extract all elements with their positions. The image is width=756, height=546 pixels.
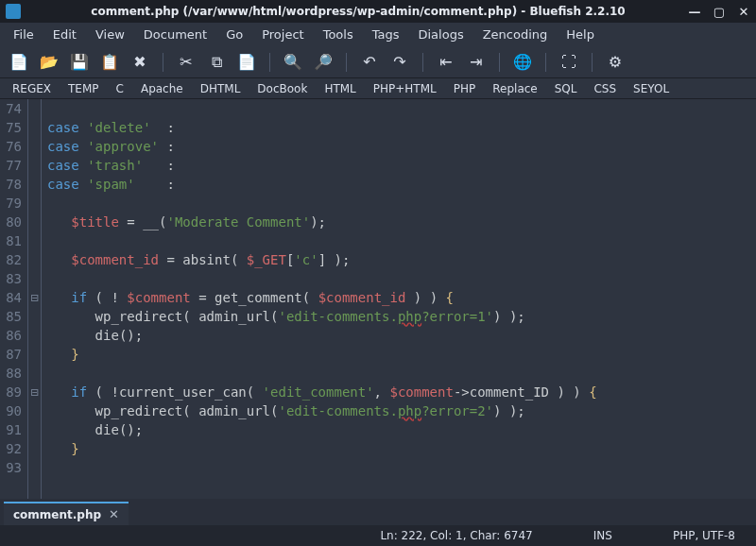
code-area[interactable]: case 'delete' :case 'approve' :case 'tra… <box>42 99 756 499</box>
fold-empty <box>28 458 41 477</box>
quickbar-css[interactable]: CSS <box>587 80 623 97</box>
quickbar-sql[interactable]: SQL <box>548 80 584 97</box>
menu-document[interactable]: Document <box>136 25 215 44</box>
code-line[interactable] <box>47 99 756 118</box>
status-encoding[interactable]: PHP, UTF-8 <box>662 529 747 542</box>
browser-preview-icon[interactable]: 🌐 <box>511 51 534 74</box>
quickbar-replace[interactable]: Replace <box>486 80 543 97</box>
quickbar-apache[interactable]: Apache <box>134 80 190 97</box>
quickbar-seyol[interactable]: SEYOL <box>627 80 676 97</box>
code-line[interactable] <box>47 231 756 250</box>
line-number: 78 <box>4 175 22 194</box>
menu-zencoding[interactable]: Zencoding <box>475 25 556 44</box>
code-line[interactable]: case 'spam' : <box>47 175 756 194</box>
search-replace-icon[interactable]: 🔎 <box>312 51 335 74</box>
menu-go[interactable]: Go <box>218 25 250 44</box>
undo-icon[interactable]: ↶ <box>358 51 381 74</box>
copy-icon[interactable]: ⧉ <box>205 51 228 74</box>
menu-edit[interactable]: Edit <box>45 25 84 44</box>
save-as-icon[interactable]: 📋 <box>98 51 121 74</box>
line-number-gutter: 7475767778798081828384858687888990919293 <box>0 99 28 499</box>
fold-toggle-icon[interactable]: ⊟ <box>28 383 41 401</box>
code-line[interactable]: die(); <box>47 326 756 345</box>
redo-icon[interactable]: ↷ <box>388 51 411 74</box>
preferences-icon[interactable]: ⚙ <box>604 51 627 74</box>
line-number: 90 <box>4 401 22 420</box>
statusbar: Ln: 222, Col: 1, Char: 6747 INS PHP, UTF… <box>0 525 756 546</box>
toolbar-separator <box>499 53 500 72</box>
quickbar-php[interactable]: PHP <box>447 80 483 97</box>
save-icon[interactable]: 💾 <box>68 51 91 74</box>
menu-view[interactable]: View <box>88 25 132 44</box>
code-line[interactable]: if ( ! $comment = get_comment( $comment_… <box>47 288 756 307</box>
quickbar-docbook[interactable]: DocBook <box>250 80 314 97</box>
quickbar: REGEXTEMPCApacheDHTMLDocBookHTMLPHP+HTML… <box>0 78 756 99</box>
quickbar-dhtml[interactable]: DHTML <box>194 80 248 97</box>
code-line[interactable] <box>47 458 756 477</box>
fold-toggle-icon[interactable]: ⊟ <box>28 288 41 307</box>
menu-tags[interactable]: Tags <box>365 25 407 44</box>
code-line[interactable] <box>47 269 756 288</box>
code-line[interactable]: $title = __('Moderate Comment'); <box>47 213 756 231</box>
indent-icon[interactable]: ⇥ <box>465 51 488 74</box>
maximize-button[interactable]: ▢ <box>713 5 726 18</box>
fold-empty <box>28 401 41 420</box>
toolbar-separator <box>163 53 163 72</box>
fold-empty <box>28 250 41 269</box>
fold-empty <box>28 231 41 250</box>
code-line[interactable]: case 'delete' : <box>47 118 756 137</box>
code-line[interactable]: if ( !current_user_can( 'edit_comment', … <box>47 383 756 401</box>
paste-icon[interactable]: 📄 <box>235 51 258 74</box>
cut-icon[interactable]: ✂ <box>175 51 198 74</box>
toolbar: 📄📂💾📋✖✂⧉📄🔍🔎↶↷⇤⇥🌐⛶⚙ <box>0 46 756 78</box>
app-icon <box>6 4 21 19</box>
tab-comment-php[interactable]: comment.php ✕ <box>4 502 129 525</box>
code-line[interactable]: die(); <box>47 420 756 439</box>
menu-tools[interactable]: Tools <box>316 25 361 44</box>
search-icon[interactable]: 🔍 <box>282 51 304 74</box>
line-number: 77 <box>4 156 22 175</box>
code-line[interactable] <box>47 364 756 383</box>
code-line[interactable]: wp_redirect( admin_url('edit-comments.ph… <box>47 307 756 326</box>
menu-file[interactable]: File <box>6 25 42 44</box>
unindent-icon[interactable]: ⇤ <box>435 51 457 74</box>
toolbar-separator <box>269 53 270 72</box>
menu-dialogs[interactable]: Dialogs <box>411 25 472 44</box>
code-line[interactable]: $comment_id = absint( $_GET['c'] ); <box>47 250 756 269</box>
line-number: 84 <box>4 288 22 307</box>
fold-empty <box>28 118 41 137</box>
open-file-icon[interactable]: 📂 <box>38 51 60 74</box>
close-file-icon[interactable]: ✖ <box>129 51 151 74</box>
line-number: 74 <box>4 99 22 118</box>
fold-empty <box>28 137 41 156</box>
code-line[interactable]: } <box>47 345 756 364</box>
fold-empty <box>28 175 41 194</box>
line-number: 79 <box>4 194 22 213</box>
minimize-button[interactable]: — <box>688 5 701 18</box>
line-number: 86 <box>4 326 22 345</box>
toolbar-separator <box>545 53 546 72</box>
quickbar-regex[interactable]: REGEX <box>6 80 58 97</box>
menu-project[interactable]: Project <box>254 25 311 44</box>
quickbar-html[interactable]: HTML <box>318 80 362 97</box>
code-line[interactable]: case 'approve' : <box>47 137 756 156</box>
line-number: 91 <box>4 420 22 439</box>
status-insert-mode[interactable]: INS <box>582 529 624 542</box>
fold-empty <box>28 307 41 326</box>
code-editor[interactable]: 7475767778798081828384858687888990919293… <box>0 99 756 499</box>
menu-help[interactable]: Help <box>558 25 602 44</box>
code-line[interactable]: case 'trash' : <box>47 156 756 175</box>
close-window-button[interactable]: ✕ <box>737 5 750 18</box>
quickbar-temp[interactable]: TEMP <box>61 80 106 97</box>
fold-column[interactable]: ⊟⊟ <box>28 99 42 499</box>
code-line[interactable]: wp_redirect( admin_url('edit-comments.ph… <box>47 401 756 420</box>
close-icon[interactable]: ✕ <box>109 507 119 521</box>
code-line[interactable]: } <box>47 439 756 458</box>
quickbar-php-html[interactable]: PHP+HTML <box>367 80 443 97</box>
code-line[interactable] <box>47 194 756 213</box>
new-file-icon[interactable]: 📄 <box>8 51 30 74</box>
fold-empty <box>28 364 41 383</box>
fold-empty <box>28 194 41 213</box>
quickbar-c[interactable]: C <box>110 80 130 97</box>
fullscreen-icon[interactable]: ⛶ <box>558 51 580 74</box>
